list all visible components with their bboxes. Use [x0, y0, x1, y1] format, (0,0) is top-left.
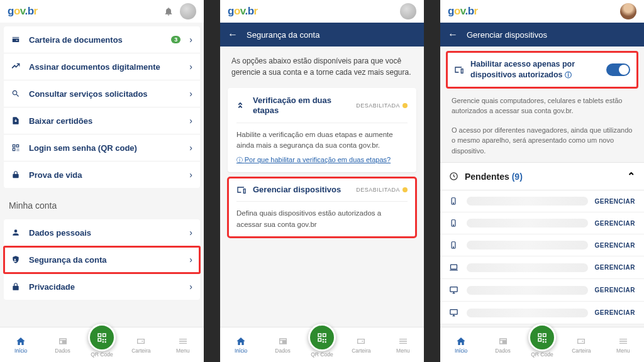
card-icon [58, 336, 68, 346]
device-row[interactable]: GERENCIAR [440, 212, 644, 234]
subheader: ← Segurança da conta [220, 23, 424, 47]
phone-screen-3: gov.br ← Gerenciar dispositivos Habilita… [440, 0, 644, 362]
content-area: As opções abaixo estão disponíveis para … [220, 47, 424, 327]
svg-point-2 [453, 203, 453, 204]
device-name-placeholder [467, 263, 588, 272]
item-label: Privacidade [29, 282, 183, 292]
manage-link[interactable]: GERENCIAR [594, 309, 635, 316]
item-seguranca-conta[interactable]: Segurança da conta › [4, 246, 200, 273]
device-row[interactable]: GERENCIAR [440, 190, 644, 212]
nav-qr[interactable]: QR Code [528, 332, 556, 358]
card-manage-devices[interactable]: Gerenciar dispositivos DESABILITADA Defi… [228, 177, 416, 238]
avatar-placeholder[interactable] [400, 3, 416, 19]
manage-link[interactable]: GERENCIAR [594, 287, 635, 293]
item-label: Prova de vida [29, 170, 183, 180]
menu-icon [398, 336, 408, 346]
govbr-logo: gov.br [228, 5, 258, 18]
nav-dados[interactable]: Dados [267, 336, 299, 354]
item-dados-pessoais[interactable]: Dados pessoais › [4, 219, 200, 246]
qr-button[interactable] [528, 324, 556, 351]
item-consultar-servicos[interactable]: Consultar serviços solicitados › [4, 80, 200, 107]
nav-dados[interactable]: Dados [47, 336, 79, 354]
device-name-placeholder [467, 286, 588, 295]
badge-count: 3 [171, 36, 180, 43]
content-area: Carteira de documentos 3 › Assinar docum… [0, 23, 204, 327]
card-title: Gerenciar dispositivos [253, 185, 350, 195]
nav-inicio[interactable]: Início [4, 336, 37, 354]
page-title: Segurança da conta [247, 30, 319, 40]
download-icon [11, 116, 23, 125]
nav-menu[interactable]: Menu [387, 336, 419, 354]
avatar-photo[interactable] [620, 3, 636, 19]
phone-icon [449, 241, 460, 250]
device-name-placeholder [467, 219, 588, 228]
pending-accordion[interactable]: Pendentes (9) ⌃ [440, 162, 644, 190]
help-link[interactable]: ⓘ Por que habilitar a verificação em dua… [236, 156, 408, 165]
devices-icon [454, 65, 464, 75]
monitor-icon [449, 285, 460, 295]
card-two-factor[interactable]: Verificação em duas etapas DESABILITADA … [228, 88, 416, 172]
chevron-right-icon: › [189, 116, 192, 126]
monitor-icon [449, 308, 460, 317]
device-name-placeholder [467, 309, 588, 317]
item-assinar-documentos[interactable]: Assinar documentos digitalmente › [4, 53, 200, 80]
lock-icon [11, 282, 23, 291]
card-body: Defina quais dispositivos estão autoriza… [236, 202, 408, 230]
item-label: Assinar documentos digitalmente [29, 62, 183, 72]
phone-screen-1: gov.br Carteira de documentos 3 › Assina… [0, 0, 204, 362]
qr-button[interactable] [88, 324, 116, 351]
item-baixar-certidoes[interactable]: Baixar certidões › [4, 107, 200, 134]
govbr-logo: gov.br [448, 5, 478, 18]
toggle-authorized-devices[interactable]: Habilitar acesso apenas por dispositivos… [447, 52, 638, 88]
item-carteira-documentos[interactable]: Carteira de documentos 3 › [4, 26, 200, 53]
device-row[interactable]: GERENCIAR [440, 256, 644, 279]
check-icon [236, 101, 247, 111]
nav-inicio[interactable]: Início [445, 336, 477, 354]
item-privacidade[interactable]: Privacidade › [4, 273, 200, 300]
laptop-icon [449, 263, 460, 272]
nav-qr[interactable]: QR Code [88, 332, 116, 358]
manage-link[interactable]: GERENCIAR [594, 264, 635, 271]
status-dot-icon [402, 103, 408, 108]
item-prova-vida[interactable]: Prova de vida › [4, 162, 200, 188]
nav-qr[interactable]: QR Code [308, 332, 336, 358]
nav-menu[interactable]: Menu [167, 336, 199, 354]
card-icon [278, 336, 288, 346]
manage-link[interactable]: GERENCIAR [594, 220, 635, 227]
nav-dados[interactable]: Dados [487, 336, 519, 354]
manage-link[interactable]: GERENCIAR [594, 198, 635, 205]
chevron-right-icon: › [189, 89, 192, 99]
device-row[interactable]: GERENCIAR [440, 234, 644, 256]
nav-carteira[interactable]: Carteira [565, 336, 597, 354]
intro-text: As opções abaixo estão disponíveis para … [220, 47, 424, 83]
status-label: DESABILITADA [356, 187, 408, 193]
toggle-switch[interactable] [606, 63, 630, 76]
svg-rect-9 [450, 310, 457, 315]
nav-carteira[interactable]: Carteira [345, 336, 377, 354]
help-icon[interactable]: ⓘ [565, 71, 572, 79]
svg-rect-7 [451, 265, 457, 269]
device-row[interactable]: GERENCIAR [440, 302, 644, 324]
chevron-right-icon: › [189, 228, 192, 238]
chevron-right-icon: › [189, 62, 192, 72]
back-arrow-icon[interactable]: ← [448, 29, 458, 40]
card-body: Habilite a verificação em duas etapas e … [236, 123, 408, 151]
nav-inicio[interactable]: Início [225, 336, 257, 354]
menu-icon [178, 336, 188, 346]
avatar-placeholder[interactable] [180, 3, 196, 19]
item-login-qr[interactable]: Login sem senha (QR code) › [4, 134, 200, 162]
wallet-icon [11, 35, 23, 44]
wallet-nav-icon [576, 336, 586, 346]
clock-icon [449, 172, 458, 181]
chevron-right-icon: › [189, 170, 192, 180]
home-icon [456, 336, 466, 346]
manage-link[interactable]: GERENCIAR [594, 242, 635, 249]
back-arrow-icon[interactable]: ← [228, 29, 238, 40]
nav-menu[interactable]: Menu [607, 336, 640, 354]
bell-icon[interactable] [164, 6, 174, 16]
nav-carteira[interactable]: Carteira [125, 336, 157, 354]
person-icon [11, 228, 23, 237]
qr-button[interactable] [308, 324, 336, 351]
device-row[interactable]: GERENCIAR [440, 279, 644, 302]
shield-icon [11, 255, 23, 264]
